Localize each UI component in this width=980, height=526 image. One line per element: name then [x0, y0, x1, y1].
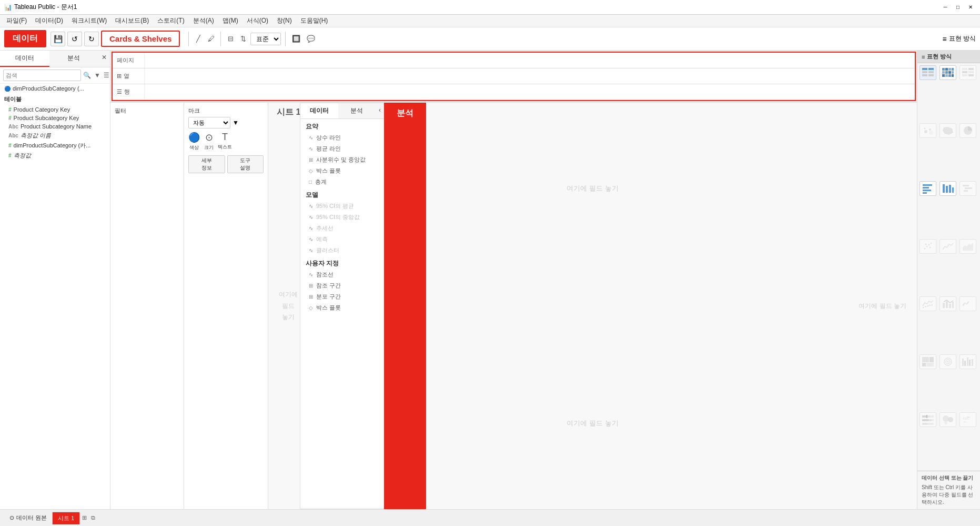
- da-totals[interactable]: □총계: [300, 176, 384, 187]
- fit-dropdown[interactable]: 표준: [250, 33, 281, 45]
- field-product-subcategory-name[interactable]: Abc Product Subcategory Name: [0, 122, 110, 131]
- chart-symbols-map[interactable]: [920, 123, 936, 138]
- field-measure-name[interactable]: Abc 측정값 이름: [0, 131, 110, 141]
- hint-title: 데이터 선택 또는 끌기: [922, 474, 976, 482]
- close-button[interactable]: ✕: [965, 2, 976, 13]
- da-box-plot-2[interactable]: ◇박스 플롯: [300, 302, 384, 313]
- marks-text-button[interactable]: T 텍스트: [218, 132, 232, 151]
- columns-drop[interactable]: [144, 68, 915, 84]
- search-icon[interactable]: 🔍: [82, 71, 92, 80]
- chart-word-cloud[interactable]: AbcaaBb: [959, 412, 976, 427]
- duplicate-sheet-button[interactable]: ⧉: [89, 513, 97, 522]
- chart-side-by-side[interactable]: [959, 354, 976, 369]
- menu-analysis[interactable]: 분석(A): [189, 15, 218, 26]
- chart-bar-horizontal[interactable]: [920, 181, 936, 196]
- menu-story[interactable]: 스토리(T): [153, 15, 188, 26]
- datasource-item[interactable]: 🔵 dimProductSubCategory (...: [0, 84, 110, 93]
- da-tab-data[interactable]: 데이터: [300, 103, 338, 118]
- marks-type-dropdown[interactable]: 자동: [188, 117, 230, 128]
- filter-icon[interactable]: ▼: [93, 71, 102, 80]
- marks-size-button[interactable]: ⊙ 크기: [204, 132, 214, 151]
- menu-window[interactable]: 창(N): [272, 15, 296, 26]
- tooltip-button-2[interactable]: 도구설명: [227, 155, 264, 173]
- filter-title: 필터: [115, 107, 179, 115]
- minimize-button[interactable]: ─: [940, 2, 951, 13]
- chart-circle-view[interactable]: [939, 354, 956, 369]
- menu-format[interactable]: 서식(O): [243, 15, 272, 26]
- da-quartile-median[interactable]: ⊞사분위수 및 중앙값: [300, 154, 384, 165]
- chart-dual-lines[interactable]: [920, 296, 936, 311]
- da-trend-line[interactable]: ∿추세선: [300, 223, 384, 234]
- da-ref-line[interactable]: ∿참조선: [300, 269, 384, 280]
- tooltip-button[interactable]: 💬: [305, 34, 317, 44]
- da-average-line[interactable]: ∿평균 라인: [300, 143, 384, 154]
- chart-text-table[interactable]: [920, 65, 936, 80]
- chart-stacked-bar[interactable]: [939, 181, 956, 196]
- list-icon[interactable]: ☰: [103, 71, 110, 80]
- marks-dropdown-arrow[interactable]: ▼: [233, 119, 239, 126]
- left-panel-close[interactable]: ✕: [98, 51, 110, 67]
- chart-treemap[interactable]: [920, 354, 936, 369]
- ci-avg-icon: ∿: [309, 203, 313, 209]
- tab-data[interactable]: 데이터: [0, 51, 49, 67]
- da-dist-band[interactable]: ⊞분포 구간: [300, 291, 384, 302]
- rows-drop[interactable]: [144, 84, 915, 100]
- view-button[interactable]: 🔲: [290, 34, 302, 44]
- da-cluster[interactable]: ∿클러스터: [300, 245, 384, 256]
- marks-panel: 마크 자동 ▼ 🔵 색상 ⊙ 크기: [184, 103, 268, 509]
- menu-dashboard[interactable]: 대시보드(B): [111, 15, 153, 26]
- svg-rect-13: [952, 71, 954, 74]
- chart-area[interactable]: [959, 239, 976, 254]
- chart-discrete-line[interactable]: [959, 296, 976, 311]
- data-toolbar-button[interactable]: 데이터: [4, 30, 46, 47]
- chart-highlight[interactable]: [959, 65, 976, 80]
- undo-button[interactable]: ↺: [67, 32, 82, 46]
- field-measure-values[interactable]: # 측정값: [0, 151, 110, 161]
- chart-pie[interactable]: [959, 123, 976, 138]
- format-button[interactable]: ⊟: [225, 34, 236, 44]
- da-box-plot[interactable]: ◇박스 플롯: [300, 165, 384, 176]
- field-product-subcategory-key[interactable]: # Product Subcategory Key: [0, 114, 110, 122]
- chart-heat-map[interactable]: [939, 65, 956, 80]
- chart-bar-line-combo[interactable]: [939, 296, 956, 311]
- detail-button[interactable]: 세부정보: [188, 155, 225, 173]
- search-input[interactable]: [3, 70, 81, 81]
- sheet-tab-1[interactable]: 시트 1: [52, 512, 80, 524]
- da-constant-line[interactable]: ∿상수 라인: [300, 132, 384, 143]
- da-forecast[interactable]: ∿예측: [300, 234, 384, 245]
- da-95ci-avg[interactable]: ∿95% CI의 평균: [300, 201, 384, 212]
- menu-worksheet[interactable]: 워크시트(W): [67, 15, 111, 26]
- chart-bullet[interactable]: [920, 412, 936, 427]
- marks-color-button[interactable]: 🔵 색상: [188, 132, 200, 151]
- chart-scatter[interactable]: [920, 239, 936, 254]
- show-me-label[interactable]: 표현 방식: [949, 34, 976, 43]
- pages-drop[interactable]: [144, 53, 915, 68]
- ref-line-icon: ∿: [309, 272, 313, 277]
- chart-gantt[interactable]: [959, 181, 976, 196]
- menu-map[interactable]: 맵(M): [218, 15, 243, 26]
- chart-filled-map[interactable]: [939, 123, 956, 138]
- format-button-2[interactable]: ⇅: [238, 34, 248, 44]
- cards-shelves-button[interactable]: Cards & Shelves: [101, 31, 180, 47]
- field-dim-product[interactable]: # dimProductSubCategory (카...: [0, 141, 110, 151]
- chart-packed-bubble[interactable]: [939, 412, 956, 427]
- da-close-btn[interactable]: ‹: [376, 103, 384, 118]
- field-product-category-key[interactable]: # Product Category Key: [0, 105, 110, 114]
- datasource-tab[interactable]: ⊙ 데이터 원본: [4, 512, 52, 524]
- save-button[interactable]: 💾: [50, 32, 65, 46]
- line-color-button[interactable]: 🖊: [206, 34, 216, 44]
- da-95ci-median[interactable]: ∿95% CI의 중앙값: [300, 212, 384, 223]
- svg-rect-10: [942, 71, 945, 74]
- menu-help[interactable]: 도움말(H): [296, 15, 332, 26]
- add-sheet-button[interactable]: ⊞: [80, 513, 89, 522]
- menu-file[interactable]: 파일(F): [2, 15, 31, 26]
- line-style-button[interactable]: ╱: [193, 34, 204, 44]
- maximize-button[interactable]: □: [953, 2, 963, 13]
- redo-button[interactable]: ↻: [84, 32, 99, 46]
- custom-section: 사용자 지정: [300, 256, 384, 269]
- da-tab-analysis[interactable]: 분석: [338, 103, 376, 118]
- menu-data[interactable]: 데이터(D): [31, 15, 67, 26]
- chart-line[interactable]: [939, 239, 956, 254]
- da-ref-band[interactable]: ⊞참조 구간: [300, 280, 384, 291]
- tab-analysis[interactable]: 분석: [49, 51, 99, 67]
